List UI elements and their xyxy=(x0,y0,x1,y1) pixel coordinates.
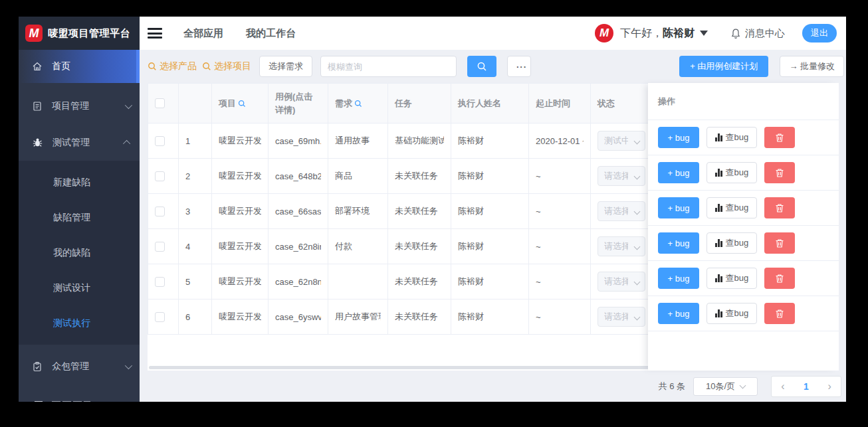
prev-page-button[interactable]: ‹ xyxy=(781,381,784,392)
username[interactable]: 陈裕财 xyxy=(663,27,695,39)
view-bug-button[interactable]: 查bug xyxy=(706,268,757,289)
sidebar-item-new-defect[interactable]: 新建缺陷 xyxy=(19,165,140,200)
row-checkbox[interactable] xyxy=(155,277,165,287)
add-bug-button[interactable]: + bug xyxy=(658,127,699,148)
row-checkbox[interactable] xyxy=(155,136,165,146)
nav-all-apps[interactable]: 全部应用 xyxy=(183,27,223,40)
view-bug-button[interactable]: 查bug xyxy=(706,232,757,254)
delete-button[interactable] xyxy=(764,127,795,148)
trash-icon xyxy=(775,203,784,213)
project-cell: 唛盟云开发... xyxy=(219,135,261,147)
usecase-link[interactable]: case_62n8n... xyxy=(275,277,321,287)
view-bug-button[interactable]: 查bug xyxy=(706,303,757,324)
row-index: 5 xyxy=(179,264,212,299)
chevron-down-icon xyxy=(125,361,132,369)
more-filters-button[interactable]: ··· xyxy=(507,56,531,77)
sidebar-item-crowd-mgmt[interactable]: 众包管理 xyxy=(19,348,140,384)
requirement-cell: 部署环境 xyxy=(335,205,370,217)
select-all-checkbox[interactable] xyxy=(155,98,165,108)
sidebar-item-home[interactable]: 首页 xyxy=(19,50,140,83)
sidebar-item-project-mgmt[interactable]: 项目管理 xyxy=(19,88,140,124)
chevron-down-icon xyxy=(634,138,641,145)
delete-button[interactable] xyxy=(764,162,795,183)
current-page[interactable]: 1 xyxy=(804,381,809,392)
bar-chart-icon xyxy=(715,169,722,177)
greeting: 下午好，陈裕财 xyxy=(620,27,695,41)
top-nav: 全部应用 我的工作台 xyxy=(183,27,296,40)
op-row: + bug 查bug xyxy=(648,261,839,296)
op-row: + bug 查bug xyxy=(648,191,839,226)
delete-button[interactable] xyxy=(764,197,795,218)
task-cell: 未关联任务 xyxy=(395,311,438,323)
sidebar-item-defect-mgmt[interactable]: 缺陷管理 xyxy=(19,200,140,235)
op-row: + bug 查bug xyxy=(648,226,839,261)
view-bug-button[interactable]: 查bug xyxy=(706,162,757,183)
sidebar-item-test-design[interactable]: 测试设计 xyxy=(19,270,140,305)
task-cell: 未关联任务 xyxy=(395,205,438,217)
task-cell: 未关联任务 xyxy=(395,276,438,288)
delete-button[interactable] xyxy=(764,232,795,254)
add-bug-button[interactable]: + bug xyxy=(658,197,699,218)
create-plan-button[interactable]: + 由用例创建计划 xyxy=(679,56,768,77)
delete-button[interactable] xyxy=(764,303,795,324)
usecase-link[interactable]: case_62n8ir... xyxy=(275,242,321,252)
header-project: 项目 xyxy=(212,84,269,124)
batch-edit-button[interactable]: → 批量修改 xyxy=(780,56,844,77)
search-icon[interactable] xyxy=(238,100,246,108)
usecase-link[interactable]: case_69mh... xyxy=(275,136,321,146)
sidebar-item-my-defects[interactable]: 我的缺陷 xyxy=(19,235,140,270)
search-icon[interactable] xyxy=(354,100,362,108)
view-bug-button[interactable]: 查bug xyxy=(706,127,757,148)
home-icon xyxy=(32,61,43,72)
executor-cell: 陈裕财 xyxy=(458,170,484,182)
hamburger-menu-icon[interactable] xyxy=(148,28,162,39)
sidebar-item-clipped[interactable] xyxy=(19,401,140,402)
chevron-down-icon xyxy=(125,101,132,108)
bar-chart-icon xyxy=(715,204,722,212)
executor-cell: 陈裕财 xyxy=(458,205,484,217)
delete-button[interactable] xyxy=(764,268,795,289)
app-window: M 唛盟项目管理平台 首页 项目管理 测试管理 xyxy=(19,17,846,402)
sidebar-item-test-mgmt[interactable]: 测试管理 xyxy=(19,124,140,161)
sidebar-item-test-execution[interactable]: 测试执行 xyxy=(19,305,140,341)
add-bug-button[interactable]: + bug xyxy=(658,162,699,183)
row-checkbox[interactable] xyxy=(155,242,165,252)
row-checkbox[interactable] xyxy=(155,207,165,216)
row-checkbox[interactable] xyxy=(155,312,165,322)
chevron-down-icon xyxy=(634,244,641,250)
page-size-select[interactable]: 10条/页 xyxy=(693,377,758,396)
topbar-right: M 下午好，陈裕财 消息中心 退出 xyxy=(595,24,837,43)
status-select[interactable]: 请选择 xyxy=(597,236,645,256)
select-project-link[interactable]: 选择项目 xyxy=(202,60,251,72)
clipboard-icon xyxy=(32,361,43,372)
message-center[interactable]: 消息中心 xyxy=(730,27,785,40)
add-bug-button[interactable]: + bug xyxy=(658,232,699,254)
sidebar-item-label: 项目管理 xyxy=(52,100,116,112)
dropdown-caret-icon[interactable] xyxy=(700,31,708,36)
row-checkbox[interactable] xyxy=(155,171,165,181)
status-select[interactable]: 请选择 xyxy=(597,166,645,186)
logout-button[interactable]: 退出 xyxy=(802,24,837,43)
task-cell: 未关联任务 xyxy=(395,240,438,252)
usecase-link[interactable]: case_66sas... xyxy=(275,207,321,216)
time-cell: ~ xyxy=(536,277,541,287)
requirement-cell: 用户故事管理 xyxy=(335,311,381,323)
status-select[interactable]: 请选择 xyxy=(597,272,645,292)
view-bug-button[interactable]: 查bug xyxy=(706,197,757,218)
next-page-button[interactable]: › xyxy=(827,381,831,392)
requirement-cell: 付款 xyxy=(335,240,352,252)
add-bug-button[interactable]: + bug xyxy=(658,268,699,289)
usecase-link[interactable]: case_6yswv... xyxy=(275,312,321,322)
select-requirement-button[interactable]: 选择需求 xyxy=(259,56,312,77)
status-select[interactable]: 请选择 xyxy=(597,307,645,327)
add-bug-button[interactable]: + bug xyxy=(658,303,699,324)
requirement-cell: 商品 xyxy=(335,170,352,182)
select-product-link[interactable]: 选择产品 xyxy=(148,60,197,72)
nav-workbench[interactable]: 我的工作台 xyxy=(246,27,296,40)
fuzzy-search-input[interactable] xyxy=(320,56,457,77)
usecase-link[interactable]: case_648b2... xyxy=(275,171,321,181)
status-select[interactable]: 请选择 xyxy=(597,201,645,221)
search-button[interactable] xyxy=(467,56,496,77)
status-select[interactable]: 测试中 xyxy=(597,131,645,151)
project-cell: 唛盟云开发... xyxy=(219,311,261,323)
